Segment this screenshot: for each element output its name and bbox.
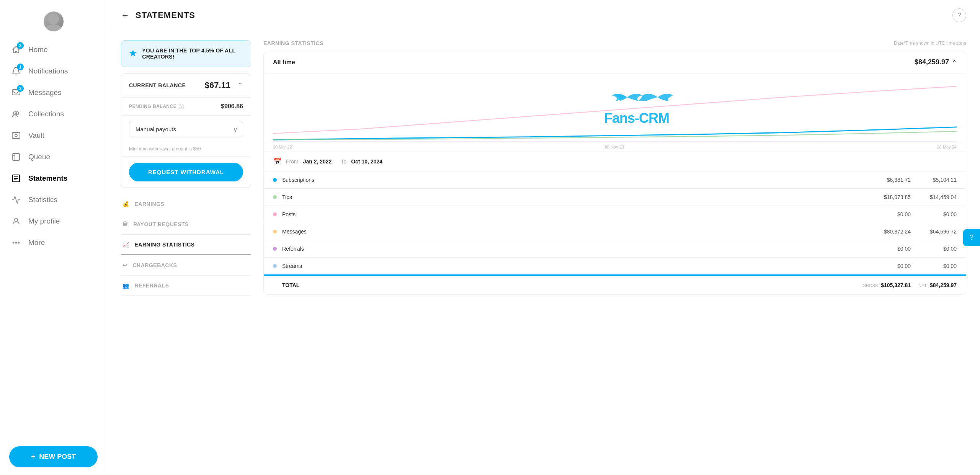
svg-point-0 [48,14,59,24]
total-label: TOTAL [273,282,849,288]
top-creator-banner: ★ YOU ARE IN THE TOP 4.5% OF ALL CREATOR… [121,40,251,67]
from-label: From [286,158,299,165]
all-time-row: All time $84,259.97 ⌃ [264,51,966,73]
svg-point-1 [45,24,62,31]
svg-point-9 [15,218,18,221]
subscriptions-dot [273,178,277,182]
sidebar-item-queue[interactable]: Queue [0,146,107,168]
chart-date-labels: 10 Mar 22 08 Nov 23 28 May 24 [264,142,966,152]
star-icon: ★ [129,49,137,59]
main-content: ← STATEMENTS ? ★ YOU ARE IN THE TOP 4.5%… [107,0,980,475]
messages-net: $64,696.72 [911,229,957,235]
subscriptions-net: $5,104.21 [911,177,957,183]
vault-icon [11,130,21,141]
svg-point-12 [18,242,20,243]
left-panel: ★ YOU ARE IN THE TOP 4.5% OF ALL CREATOR… [121,40,251,466]
stats-table: Subscriptions $6,381.72 $5,104.21 Tips $… [264,171,966,275]
sidebar-item-label: Notifications [28,67,68,75]
chevron-up-icon[interactable]: ⌃ [952,59,957,65]
earning-stats-header: EARNING STATISTICS Date/Time shown in UT… [263,40,966,46]
messages-gross: $80,872.24 [849,229,911,235]
top-creator-text: YOU ARE IN THE TOP 4.5% OF ALL CREATORS! [142,47,243,60]
menu-item-chargebacks[interactable]: ↩ CHARGEBACKS [121,255,251,276]
avatar[interactable] [44,11,64,31]
tips-label: Tips [282,194,849,200]
referrals-icon: 👥 [122,282,129,289]
balance-box: CURRENT BALANCE $67.11 ⌃ PENDING BALANCE… [121,73,251,188]
messages-dot [273,230,277,233]
right-panel: EARNING STATISTICS Date/Time shown in UT… [263,40,966,466]
sidebar-item-statistics[interactable]: Statistics [0,189,107,211]
svg-point-10 [13,242,14,243]
sidebar-item-label: Statistics [28,196,57,204]
chart-label-mid: 08 Nov 23 [605,145,624,149]
floating-help-button[interactable]: ? [963,229,980,246]
payout-method-select[interactable]: Manual payouts [129,121,243,137]
new-post-button[interactable]: + NEW POST [9,446,98,467]
sidebar-item-label: Queue [28,153,50,161]
sidebar-item-label: Statements [28,174,67,183]
more-icon [11,237,21,248]
calendar-icon[interactable]: 📅 [273,157,281,166]
current-balance-label: CURRENT BALANCE [129,82,186,88]
chevron-up-icon: ⌃ [237,81,243,90]
referrals-net: $0.00 [911,246,957,252]
sidebar-item-messages[interactable]: 2 Messages [0,82,107,103]
sidebar-item-label: Vault [28,131,44,140]
help-button[interactable]: ? [952,8,966,22]
sidebar-item-home[interactable]: 3 Home [0,39,107,60]
pending-balance-row: PENDING BALANCE i $906.86 [121,98,251,116]
payout-method-wrapper[interactable]: Manual payouts [129,121,243,137]
menu-item-referrals[interactable]: 👥 REFERRALS [121,276,251,296]
request-withdrawal-button[interactable]: REQUEST WITHDRAWAL [129,163,243,181]
chart-label-end: 28 May 24 [937,145,957,149]
min-withdrawal-note: Minimum withdrawal amount is $50 [121,143,251,157]
queue-icon [11,152,21,162]
sidebar-item-notifications[interactable]: 1 Notifications [0,60,107,82]
posts-gross: $0.00 [849,211,911,217]
total-gross: GROSS $105,327.81 [849,282,911,288]
earning-stats-icon: 📈 [122,242,129,248]
streams-gross: $0.00 [849,263,911,269]
sidebar-item-collections[interactable]: Collections [0,103,107,125]
sidebar-item-label: More [28,238,45,247]
posts-net: $0.00 [911,211,957,217]
messages-label: Messages [282,229,849,235]
chargebacks-icon: ↩ [122,262,127,268]
stats-row-tips: Tips $18,073.85 $14,459.04 [264,189,966,206]
statements-menu: 💰 EARNINGS 🏛 PAYOUT REQUESTS 📈 EARNING S… [121,194,251,296]
referrals-label: Referrals [282,246,849,252]
plus-icon: + [31,452,36,461]
streams-dot [273,264,277,268]
current-balance-value: $67.11 [205,80,230,90]
earnings-icon: 💰 [122,201,129,207]
subscriptions-gross: $6,381.72 [849,177,911,183]
sidebar-item-statements[interactable]: Statements [0,168,107,189]
tips-gross: $18,073.85 [849,194,911,200]
profile-icon [11,216,21,227]
bell-icon: 1 [11,66,21,77]
sidebar-item-label: My profile [28,217,60,225]
sidebar-item-my-profile[interactable]: My profile [0,211,107,232]
payout-select-row: Manual payouts [121,116,251,143]
to-date: Oct 10, 2024 [351,158,382,165]
menu-item-earning-statistics[interactable]: 📈 EARNING STATISTICS [121,235,251,255]
statements-icon [11,173,21,184]
utc-note: Date/Time shown in UTC time zone [894,41,966,46]
all-time-label: All time [273,59,295,66]
total-net: NET $84,259.97 [911,282,957,288]
svg-point-11 [16,242,17,243]
referrals-dot [273,247,277,251]
menu-item-payout-requests[interactable]: 🏛 PAYOUT REQUESTS [121,214,251,235]
page-title: STATEMENTS [136,10,195,20]
svg-rect-5 [12,132,20,139]
message-icon: 2 [11,87,21,98]
posts-dot [273,212,277,216]
stats-row-messages: Messages $80,872.24 $64,696.72 [264,223,966,240]
pending-balance-label: PENDING BALANCE i [129,104,184,109]
sidebar-item-more[interactable]: More [0,232,107,253]
back-button[interactable]: ← [121,10,129,20]
tips-dot [273,195,277,199]
sidebar-item-vault[interactable]: Vault [0,125,107,146]
menu-item-earnings[interactable]: 💰 EARNINGS [121,194,251,214]
